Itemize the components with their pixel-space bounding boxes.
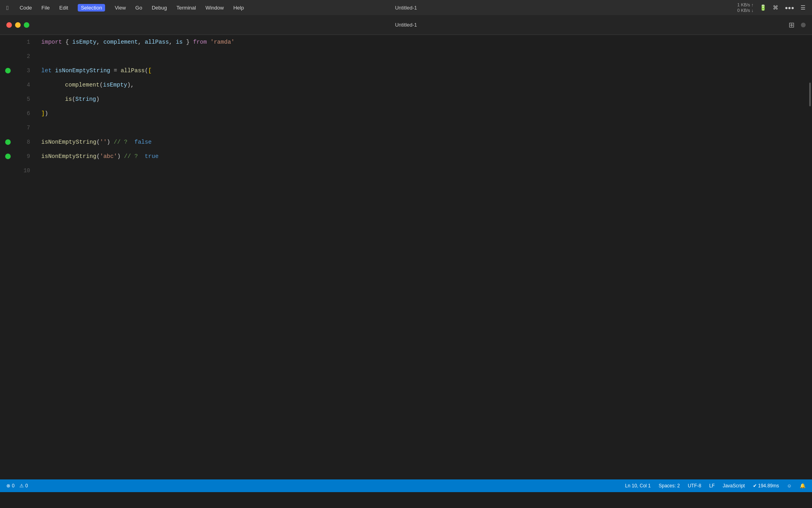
token-plain: , bbox=[169, 39, 176, 45]
token-kw-let: let bbox=[41, 67, 52, 74]
token-plain: ) bbox=[107, 139, 113, 145]
token-plain bbox=[128, 139, 134, 145]
token-comment: // ? bbox=[114, 139, 128, 145]
gutter-row[interactable] bbox=[0, 164, 16, 178]
token-plain: { bbox=[62, 39, 72, 45]
code-line bbox=[41, 164, 806, 178]
token-string: 'abc' bbox=[100, 153, 117, 160]
token-value-true: true bbox=[145, 153, 159, 160]
token-plain: ) bbox=[96, 96, 100, 102]
token-var-name: String bbox=[75, 96, 96, 102]
token-plain: ) bbox=[45, 110, 48, 117]
status-bar-right: Ln 10, Col 1 Spaces: 2 UTF-8 LF JavaScri… bbox=[625, 483, 806, 489]
error-count[interactable]: ⊗ 0 ⚠ 0 bbox=[6, 483, 28, 489]
code-line bbox=[41, 49, 806, 64]
battery-icon: 🔋 bbox=[760, 4, 766, 11]
token-var-name: allPass bbox=[145, 39, 169, 45]
token-plain: ), bbox=[127, 82, 134, 88]
editor-filename: Untitled-1 bbox=[395, 22, 417, 28]
menu-window[interactable]: Window bbox=[205, 5, 224, 11]
menu-view[interactable]: View bbox=[115, 5, 126, 11]
code-line bbox=[41, 121, 806, 135]
token-string: 'ramda' bbox=[210, 39, 234, 45]
language-mode[interactable]: JavaScript bbox=[723, 483, 745, 489]
breakpoint-indicator bbox=[5, 139, 11, 145]
cursor-position[interactable]: Ln 10, Col 1 bbox=[625, 483, 651, 489]
encoding[interactable]: UTF-8 bbox=[688, 483, 701, 489]
token-plain: , bbox=[96, 39, 103, 45]
menu-selection[interactable]: Selection bbox=[78, 4, 105, 12]
token-plain bbox=[52, 67, 55, 74]
error-icon: ⊗ bbox=[6, 483, 10, 489]
menu-terminal[interactable]: Terminal bbox=[176, 5, 196, 11]
token-plain: ( bbox=[72, 96, 75, 102]
token-plain: ( bbox=[145, 67, 148, 74]
gutter-row[interactable] bbox=[0, 49, 16, 64]
token-plain: = bbox=[110, 67, 121, 74]
line-number: 4 bbox=[16, 78, 35, 92]
token-comment: // ? bbox=[124, 153, 138, 160]
gutter-row[interactable] bbox=[0, 121, 16, 135]
close-button[interactable] bbox=[6, 22, 12, 28]
bell-icon[interactable]: 🔔 bbox=[800, 483, 806, 489]
minimize-button[interactable] bbox=[15, 22, 21, 28]
editor-container: 12345678910 import { isEmpty, complement… bbox=[0, 35, 812, 479]
scrollbar-thumb[interactable] bbox=[809, 83, 811, 106]
token-value-false: false bbox=[134, 139, 152, 145]
line-number: 8 bbox=[16, 135, 35, 149]
gutter-row[interactable] bbox=[0, 135, 16, 149]
wifi-icon: ⌘ bbox=[773, 4, 778, 11]
code-line: complement(isEmpty), bbox=[41, 78, 806, 92]
code-line: isNonEmptyString('abc') // ? true bbox=[41, 149, 806, 164]
token-plain: ( bbox=[100, 82, 103, 88]
token-fn-call: isNonEmptyString bbox=[41, 153, 96, 160]
scrollbar[interactable] bbox=[806, 35, 812, 479]
gutter-row[interactable] bbox=[0, 64, 16, 78]
token-plain: } bbox=[183, 39, 193, 45]
token-var-name: complement bbox=[103, 39, 138, 45]
menu-code[interactable]: Code bbox=[19, 5, 32, 11]
token-fn-call: is bbox=[65, 96, 72, 102]
gutter-row[interactable] bbox=[0, 149, 16, 164]
menu-debug[interactable]: Debug bbox=[152, 5, 167, 11]
breakpoint-gutter bbox=[0, 35, 16, 479]
token-var-name: isNonEmptyString bbox=[55, 67, 110, 74]
line-number: 9 bbox=[16, 149, 35, 164]
code-editor[interactable]: import { isEmpty, complement, allPass, i… bbox=[35, 35, 806, 479]
window-title-bar: Untitled-1 ⊞ bbox=[0, 15, 812, 35]
indentation[interactable]: Spaces: 2 bbox=[659, 483, 680, 489]
menu-help[interactable]: Help bbox=[233, 5, 244, 11]
code-line: let isNonEmptyString = allPass([ bbox=[41, 64, 806, 78]
token-fn-call: isNonEmptyString bbox=[41, 139, 96, 145]
token-fn-call: complement bbox=[65, 82, 100, 88]
menu-go[interactable]: Go bbox=[135, 5, 142, 11]
menu-edit[interactable]: Edit bbox=[59, 5, 68, 11]
line-number: 1 bbox=[16, 35, 35, 49]
gutter-row[interactable] bbox=[0, 78, 16, 92]
code-line: import { isEmpty, complement, allPass, i… bbox=[41, 35, 806, 49]
code-line: ]) bbox=[41, 106, 806, 121]
maximize-button[interactable] bbox=[24, 22, 29, 28]
split-editor-icon[interactable]: ⊞ bbox=[789, 21, 795, 29]
gutter-row[interactable] bbox=[0, 92, 16, 106]
extra-icons: ●●● bbox=[785, 5, 794, 11]
token-plain: ( bbox=[96, 153, 100, 160]
token-plain bbox=[207, 39, 211, 45]
eol[interactable]: LF bbox=[709, 483, 715, 489]
gutter-row[interactable] bbox=[0, 35, 16, 49]
apple-icon[interactable]:  bbox=[6, 4, 8, 11]
line-number: 5 bbox=[16, 92, 35, 106]
token-plain: ) bbox=[117, 153, 124, 160]
line-number: 7 bbox=[16, 121, 35, 135]
token-var-name: isEmpty bbox=[103, 82, 127, 88]
menu-bar-right: 1 KB/s ↑0 KB/s ↓ 🔋 ⌘ ●●● ☰ bbox=[737, 2, 806, 13]
list-icon: ☰ bbox=[801, 4, 806, 11]
token-kw-from: from bbox=[193, 39, 207, 45]
smiley-icon[interactable]: ☺ bbox=[787, 483, 792, 489]
menu-file[interactable]: File bbox=[42, 5, 50, 11]
token-bracket: ] bbox=[41, 110, 45, 117]
traffic-lights bbox=[6, 22, 29, 28]
line-numbers: 12345678910 bbox=[16, 35, 35, 479]
window-title-center: Untitled-1 bbox=[395, 5, 417, 11]
gutter-row[interactable] bbox=[0, 106, 16, 121]
